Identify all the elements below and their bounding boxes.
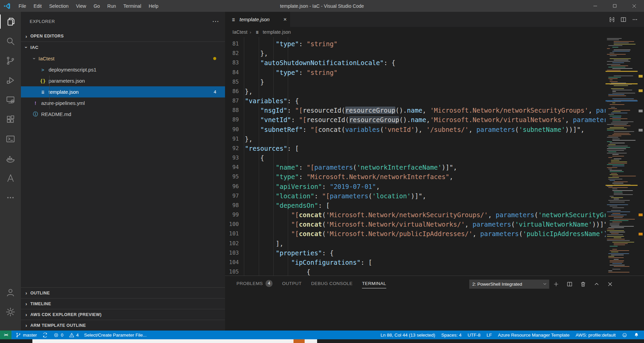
- breadcrumb-item-template-json[interactable]: ≡template.json: [254, 29, 291, 35]
- code-line-92[interactable]: 92 "resources": [: [225, 144, 606, 153]
- code-line-93[interactable]: 93 {: [225, 153, 606, 163]
- file-template-json[interactable]: ≡template.json4: [21, 86, 225, 97]
- file-parameters-json[interactable]: {}parameters.json: [21, 75, 225, 86]
- status-azure-resource-manager-template[interactable]: Azure Resource Manager Template: [498, 333, 569, 338]
- status-ln-88-col-44-13-selected[interactable]: Ln 88, Col 44 (13 selected): [381, 333, 435, 338]
- section-aws-cdk-explorer-preview-[interactable]: ›AWS CDK EXPLORER (PREVIEW): [21, 309, 225, 320]
- code-line-104[interactable]: 104 "ipConfigurations": [: [225, 258, 606, 267]
- more-icon[interactable]: [0, 188, 21, 207]
- code-line-95[interactable]: 95 "type": "Microsoft.Network/networkInt…: [225, 172, 606, 181]
- code-line-97[interactable]: 97 "location": "[parameters('location')]…: [225, 191, 606, 201]
- files-icon[interactable]: [0, 12, 21, 31]
- status-feedback[interactable]: [622, 332, 627, 338]
- file-readme-md[interactable]: ⓘREADME.md: [21, 109, 225, 120]
- status-aws-profile-default[interactable]: AWS: profile:default: [576, 333, 616, 338]
- code-line-100[interactable]: 100 "[concat('Microsoft.Network/virtualN…: [225, 220, 606, 229]
- code-line-89[interactable]: 89 "vnetId": "[resourceId(resourceGroup(…: [225, 115, 606, 124]
- code-line-84[interactable]: 84 "type": "string": [225, 68, 606, 77]
- explorer-header: EXPLORER ⋯: [21, 12, 225, 31]
- menu-file[interactable]: File: [15, 0, 30, 12]
- terminal-output[interactable]: [225, 291, 644, 331]
- status-select-create-parameter-file[interactable]: Select/Create Parameter File...: [84, 333, 146, 338]
- split-terminal-icon[interactable]: [563, 279, 576, 289]
- settings-gear-icon[interactable]: [0, 302, 21, 322]
- new-terminal-icon[interactable]: [549, 279, 563, 289]
- code-line-90[interactable]: 90 "subnetRef": "[concat(variables('vnet…: [225, 125, 606, 134]
- code-line-96[interactable]: 96 "apiVersion": "2019-07-01",: [225, 182, 606, 191]
- menu-edit[interactable]: Edit: [30, 0, 46, 12]
- code-line-86[interactable]: 86 },: [225, 87, 606, 96]
- code-line-103[interactable]: 103 "properties": {: [225, 248, 606, 258]
- explorer-more-icon[interactable]: ⋯: [212, 17, 220, 25]
- status-utf-8[interactable]: UTF-8: [468, 333, 480, 338]
- panel-tab-debug-console[interactable]: DEBUG CONSOLE: [311, 276, 353, 291]
- panel-tab-terminal[interactable]: TERMINAL: [362, 276, 386, 291]
- section-timeline[interactable]: ›TIMELINE: [21, 298, 225, 309]
- open-changes-icon[interactable]: [606, 14, 618, 25]
- code-editor[interactable]: 81 "type": "string"82 },83 "autoShutdown…: [225, 37, 644, 276]
- remote-explorer-icon[interactable]: [0, 90, 21, 110]
- breadcrumb[interactable]: IaCtest›≡template.json: [225, 27, 644, 37]
- source-control-icon[interactable]: [0, 51, 21, 70]
- maximize-button[interactable]: [605, 0, 624, 12]
- panel-tab-problems[interactable]: PROBLEMS4: [236, 276, 273, 291]
- more-icon[interactable]: [629, 14, 641, 25]
- status-0[interactable]: 0: [53, 332, 63, 338]
- code-line-101[interactable]: 101 "[concat('Microsoft.Network/publicIp…: [225, 229, 606, 238]
- tab-close-icon[interactable]: ×: [283, 16, 287, 23]
- breadcrumb-item-iactest[interactable]: IaCtest: [232, 29, 247, 35]
- code-line-88[interactable]: 88 "nsgId": "[resourceId(resourceGroup()…: [225, 106, 606, 115]
- code-line-82[interactable]: 82 },: [225, 49, 606, 58]
- terminal-selector-label: 2: PowerShell Integrated: [472, 282, 542, 287]
- section-arm-template-outline[interactable]: ›ARM TEMPLATE OUTLINE: [21, 320, 225, 331]
- section-open-editors[interactable]: ›OPEN EDITORS: [21, 31, 225, 42]
- account-icon[interactable]: [0, 283, 21, 302]
- code-line-85[interactable]: 85 }: [225, 77, 606, 87]
- status-sync[interactable]: [42, 332, 48, 338]
- tab-template-json[interactable]: ≡ template.json ×: [225, 12, 290, 27]
- code-line-94[interactable]: 94 "name": "[parameters('networkInterfac…: [225, 163, 606, 172]
- status-lf[interactable]: LF: [486, 333, 492, 338]
- extensions-icon[interactable]: [0, 110, 21, 129]
- search-icon[interactable]: [0, 31, 21, 51]
- minimap[interactable]: [606, 37, 638, 276]
- chevron-right-icon: ›: [24, 33, 29, 39]
- menu-terminal[interactable]: Terminal: [120, 0, 145, 12]
- status-spaces-4[interactable]: Spaces: 4: [441, 333, 461, 338]
- code-line-98[interactable]: 98 "dependsOn": [: [225, 201, 606, 210]
- code-line-99[interactable]: 99 "[concat('Microsoft.Network/networkSe…: [225, 210, 606, 220]
- menu-help[interactable]: Help: [145, 0, 162, 12]
- close-window-button[interactable]: [624, 0, 644, 12]
- status-master[interactable]: master: [16, 332, 37, 338]
- workspace-root-iac[interactable]: ›IAC: [21, 42, 225, 53]
- terminal-selector[interactable]: 2: PowerShell Integrated: [469, 280, 549, 289]
- code-line-102[interactable]: 102 ],: [225, 239, 606, 248]
- folder-iactest[interactable]: ›IaCtest: [21, 53, 225, 64]
- code-line-105[interactable]: 105 {: [225, 267, 606, 276]
- section-outline[interactable]: ›OUTLINE: [21, 287, 225, 298]
- menu-run[interactable]: Run: [104, 0, 120, 12]
- powershell-icon[interactable]: [0, 129, 21, 149]
- remote-indicator[interactable]: ><: [0, 331, 11, 339]
- file-azure-pipelines-yml[interactable]: !azure-pipelines.yml: [21, 97, 225, 109]
- kill-terminal-icon[interactable]: [576, 279, 590, 289]
- code-line-87[interactable]: 87 "variables": {: [225, 96, 606, 106]
- menu-go[interactable]: Go: [90, 0, 104, 12]
- code-line-83[interactable]: 83 "autoShutdownNotificationLocale": {: [225, 58, 606, 67]
- split-editor-icon[interactable]: [618, 14, 629, 25]
- status-4[interactable]: 4: [69, 332, 79, 338]
- code-line-91[interactable]: 91 },: [225, 134, 606, 144]
- docker-icon[interactable]: [0, 149, 21, 168]
- code-line-81[interactable]: 81 "type": "string": [225, 39, 606, 49]
- run-debug-icon[interactable]: [0, 70, 21, 90]
- azure-icon[interactable]: [0, 168, 21, 188]
- minimap-warning-line: [606, 185, 638, 186]
- file-deploymentscript-ps1[interactable]: >deploymentscript.ps1: [21, 64, 225, 75]
- panel-tab-output[interactable]: OUTPUT: [282, 276, 302, 291]
- minimize-button[interactable]: [585, 0, 605, 12]
- menu-view[interactable]: View: [72, 0, 90, 12]
- menu-selection[interactable]: Selection: [46, 0, 73, 12]
- maximize-panel-icon[interactable]: [590, 279, 603, 289]
- status-bell[interactable]: [634, 332, 639, 338]
- close-panel-icon[interactable]: [603, 279, 617, 289]
